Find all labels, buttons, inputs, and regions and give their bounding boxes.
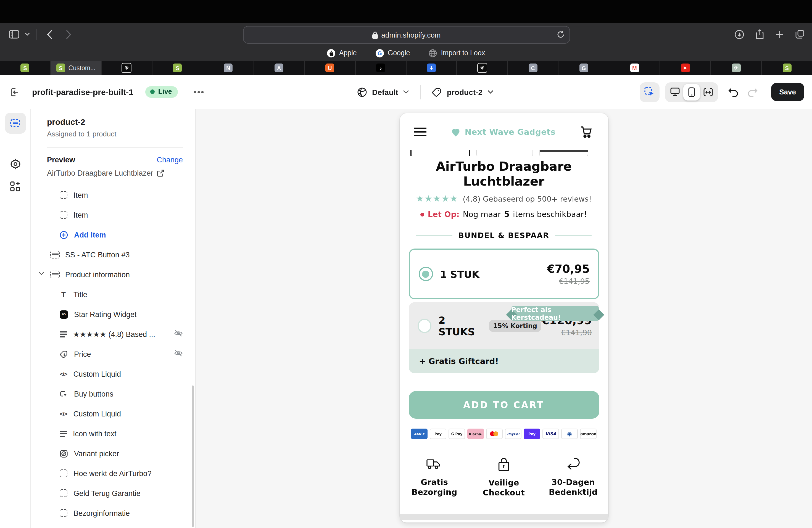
browser-tab[interactable]: ✳ xyxy=(456,61,507,75)
layer-item[interactable]: </>Custom Liquid xyxy=(31,404,195,424)
reload-icon[interactable] xyxy=(557,30,565,39)
paypal-icon: PayPal xyxy=(505,429,521,439)
chevron-down-icon[interactable] xyxy=(39,272,44,276)
new-tab-icon[interactable] xyxy=(775,30,784,39)
bundle-heading: BUNDEL & BESPAAR xyxy=(400,231,608,240)
sidebar-toggle-icon[interactable] xyxy=(9,30,19,39)
store-logo[interactable]: Next Wave Gadgets xyxy=(450,127,555,137)
save-button[interactable]: Save xyxy=(771,83,804,101)
layer-item[interactable]: Icon with text xyxy=(31,424,195,443)
url-text: admin.shopify.com xyxy=(381,31,441,39)
change-preview-link[interactable]: Change xyxy=(157,156,183,164)
layer-item[interactable]: Hoe werkt de AirTurbo? xyxy=(31,464,195,483)
layer-section[interactable]: SS - ATC Button #3 xyxy=(31,245,195,265)
add-item-button[interactable]: Add Item xyxy=(31,225,195,245)
browser-tab[interactable]: A xyxy=(253,61,304,75)
layer-label: Product information xyxy=(65,270,130,279)
cart-icon[interactable] xyxy=(580,125,594,138)
browser-tab[interactable]: S xyxy=(761,61,812,75)
thumbnail-selected[interactable] xyxy=(410,150,470,156)
bundle-option-1[interactable]: 1 STUK €70,95 €141,95 xyxy=(408,249,599,299)
theme-settings-button[interactable] xyxy=(5,153,26,175)
browser-tab[interactable]: S xyxy=(0,61,50,75)
browser-tab[interactable]: S xyxy=(152,61,203,75)
thumbnail[interactable] xyxy=(476,150,533,156)
inspect-tool-button[interactable] xyxy=(639,82,659,102)
share-icon[interactable] xyxy=(756,29,764,39)
bookmarks-bar: Apple G Google Import to Loox xyxy=(0,45,812,61)
sections-panel-button[interactable] xyxy=(5,113,26,134)
browser-tab[interactable]: ✈ xyxy=(710,61,761,75)
layer-label: Star Rating Widget xyxy=(74,310,137,318)
apple-pay-icon: Pay xyxy=(430,429,446,439)
google-icon: G xyxy=(376,49,384,57)
layer-item[interactable]: TTitle xyxy=(31,284,195,304)
more-actions-button[interactable]: ••• xyxy=(193,87,205,97)
add-to-cart-button[interactable]: ADD TO CART xyxy=(408,391,599,419)
browser-tab[interactable]: ⬇ xyxy=(406,61,456,75)
trust-checkout: VeiligeCheckout xyxy=(483,457,525,498)
star-rating-icon: ★★★★★ xyxy=(416,194,458,203)
menu-icon[interactable] xyxy=(414,125,426,138)
layer-item[interactable]: Bezorginformatie xyxy=(31,503,195,523)
browser-tab-active[interactable]: SCustom... xyxy=(50,61,101,75)
layer-item-hidden[interactable]: ★★★★★ (4.8) Based ... xyxy=(31,324,195,344)
template-selector[interactable]: product-2 xyxy=(432,87,494,97)
stock-alert: Let Op: Nog maar 5 items beschikbaar! xyxy=(400,210,608,219)
chatgpt-favicon: ✳ xyxy=(477,63,487,73)
desktop-preview-button[interactable] xyxy=(666,84,683,100)
offer-name: 2 STUKS xyxy=(438,314,483,337)
svg-text:$: $ xyxy=(63,352,66,356)
mobile-preview-button[interactable] xyxy=(683,84,700,100)
browser-tab[interactable]: N xyxy=(203,61,253,75)
layer-item[interactable]: Geld Terug Garantie xyxy=(31,483,195,503)
thumbnail[interactable] xyxy=(539,150,588,156)
browser-tab[interactable]: M xyxy=(609,61,660,75)
browser-tab[interactable]: ✳ xyxy=(101,61,152,75)
bookmark-import-to-loox[interactable]: Import to Loox xyxy=(429,49,485,57)
tab-overview-icon[interactable] xyxy=(795,30,804,39)
bookmark-apple[interactable]: Apple xyxy=(327,49,357,57)
bookmark-google[interactable]: G Google xyxy=(376,49,410,57)
back-button[interactable] xyxy=(47,30,53,39)
layer-item[interactable]: Buy buttons xyxy=(31,384,195,404)
fullwidth-preview-button[interactable] xyxy=(700,84,716,100)
visibility-off-icon[interactable] xyxy=(174,350,183,357)
forward-button[interactable] xyxy=(66,30,71,39)
undo-button[interactable] xyxy=(728,87,738,97)
radio-selected-icon[interactable] xyxy=(418,267,433,281)
download-favicon: ⬇ xyxy=(427,63,436,72)
offer-price: €70,95 xyxy=(547,263,590,275)
chatgpt-favicon: ✳ xyxy=(122,63,132,73)
product-title: AirTurbo Draagbare Luchtblazer xyxy=(400,159,608,189)
locale-selector[interactable]: Default xyxy=(357,87,409,97)
browser-tab[interactable]: ▶ xyxy=(659,61,710,75)
radio-unselected-icon[interactable] xyxy=(417,318,431,333)
browser-tab[interactable]: G xyxy=(558,61,609,75)
browser-tab[interactable]: C xyxy=(507,61,558,75)
external-link-icon[interactable] xyxy=(157,170,164,177)
store-header: Next Wave Gadgets xyxy=(400,113,608,150)
panel-scrollbar[interactable] xyxy=(192,385,194,527)
app-embeds-button[interactable] xyxy=(5,176,26,196)
youtube-favicon: ▶ xyxy=(681,63,690,72)
visibility-off-icon[interactable] xyxy=(174,330,183,337)
layer-label: Hoe werkt de AirTurbo? xyxy=(73,469,151,478)
layer-item[interactable]: </>Custom Liquid xyxy=(31,364,195,384)
layer-item[interactable]: Variant picker xyxy=(31,443,195,464)
layer-item[interactable]: Item xyxy=(31,205,195,225)
layer-item[interactable]: ∞Star Rating Widget xyxy=(31,304,195,324)
browser-tab[interactable]: U xyxy=(304,61,355,75)
browser-tab[interactable]: ♪ xyxy=(355,61,406,75)
sidebar-chevron-icon[interactable] xyxy=(25,33,30,36)
layer-item-hidden[interactable]: $Price xyxy=(31,344,195,364)
redo-button[interactable] xyxy=(747,87,758,97)
google-pay-icon: G Pay xyxy=(449,429,465,439)
layer-section-expanded[interactable]: Product information xyxy=(31,265,195,284)
downloads-icon[interactable] xyxy=(735,30,744,39)
address-bar[interactable]: admin.shopify.com xyxy=(243,26,570,44)
layer-item[interactable]: Item xyxy=(31,185,195,205)
exit-editor-icon[interactable] xyxy=(9,86,20,98)
layer-label: Icon with text xyxy=(73,429,117,438)
layer-label: ★★★★★ (4.8) Based ... xyxy=(73,330,155,339)
